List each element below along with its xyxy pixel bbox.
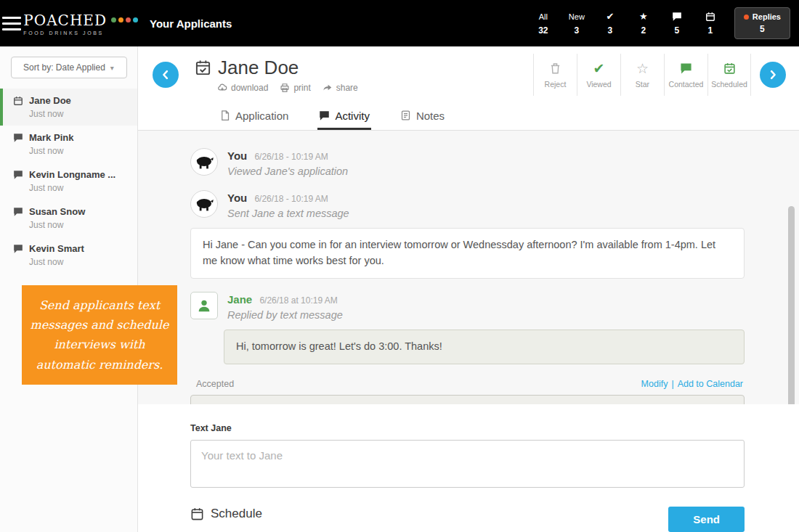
modify-link[interactable]: Modify (641, 379, 668, 389)
entry-action: Sent Jane a text message (227, 208, 349, 219)
share-link[interactable]: share (323, 83, 358, 93)
tab-activity[interactable]: Activity (317, 103, 371, 130)
detail-tabs: Application Activity Notes (138, 103, 799, 131)
send-button[interactable]: Send (668, 507, 745, 532)
person-icon (196, 298, 212, 314)
applicant-name: Jane Doe (218, 57, 299, 79)
sort-dropdown[interactable]: Sort by: Date Applied ▾ (11, 57, 127, 78)
scheduled-button[interactable]: Scheduled (707, 54, 751, 96)
main-panel: Jane Doe download (138, 46, 799, 532)
compose-section: Text Jane Schedule Send (138, 404, 799, 532)
avatar (190, 190, 218, 218)
entry-time: 6/26/18 - 10:19 AM (254, 194, 328, 204)
chevron-left-icon (159, 68, 172, 81)
trash-icon (549, 61, 561, 75)
brand-name: POACHED (23, 12, 107, 29)
chevron-down-icon: ▾ (110, 64, 114, 72)
calendar-icon (190, 507, 204, 521)
sent-message-bubble: Hi Jane - Can you come in for an intervi… (190, 228, 745, 279)
boar-logo-icon (193, 151, 215, 173)
activity-entry: Jane 6/26/18 at 10:19 AM Replied by text… (190, 292, 745, 364)
check-icon: ✔ (593, 61, 605, 75)
entry-action: Replied by text message (227, 309, 343, 321)
tab-application[interactable]: Application (218, 103, 290, 130)
reject-button[interactable]: Reject (533, 54, 577, 96)
cloud-download-icon (217, 83, 227, 93)
filter-replies[interactable]: Replies 5 (734, 7, 790, 39)
filter-all[interactable]: All 32 (528, 8, 559, 38)
entry-time: 6/26/18 at 10:19 AM (259, 295, 337, 306)
appointment-status: Accepted (196, 379, 234, 389)
filter-scheduled[interactable]: 1 (695, 8, 726, 38)
text-message-input[interactable] (190, 440, 745, 488)
next-applicant-button[interactable] (760, 62, 786, 88)
brand-tagline: FOOD DRINKS JOBS (23, 30, 138, 36)
document-icon (219, 110, 230, 121)
applicant-row-mark-pink[interactable]: Mark Pink Just now (0, 126, 137, 163)
topbar-filters: All 32 New 3 ✔ 3 ★ 2 5 (528, 7, 799, 39)
chat-icon (680, 61, 692, 75)
print-link[interactable]: print (280, 83, 310, 93)
brand-logo[interactable]: POACHED FOOD DRINKS JOBS (23, 12, 138, 36)
chevron-right-icon (766, 68, 779, 81)
activity-feed: You 6/26/18 - 10:19 AM Viewed Jane's app… (138, 131, 799, 404)
tab-notes[interactable]: Notes (399, 103, 446, 130)
replies-label: Replies (753, 12, 781, 21)
calendar-check-icon (195, 60, 211, 76)
printer-icon (280, 83, 290, 93)
filter-contacted[interactable]: 5 (662, 8, 692, 38)
chat-icon (672, 11, 682, 22)
contacted-button[interactable]: Contacted (664, 54, 707, 96)
applicant-actions: Reject ✔ Viewed ☆ Star Contacted (533, 54, 751, 96)
menu-button[interactable] (0, 0, 23, 46)
replies-count: 5 (760, 24, 765, 34)
app: POACHED FOOD DRINKS JOBS Your Applicants… (0, 0, 799, 532)
applicant-list: Jane Doe Just now Mark Pink Just now (0, 89, 137, 274)
link-separator: | (671, 379, 673, 389)
filter-viewed[interactable]: ✔ 3 (595, 8, 625, 38)
add-to-calendar-link[interactable]: Add to Calendar (678, 379, 743, 389)
chat-icon (13, 169, 24, 180)
entry-author: Jane (227, 293, 252, 306)
reply-message-bubble: Hi, tomorrow is great! Let's do 3:00. Th… (224, 330, 745, 364)
schedule-button[interactable]: Schedule (190, 507, 262, 521)
calendar-check-icon (723, 61, 736, 75)
topbar: POACHED FOOD DRINKS JOBS Your Applicants… (0, 0, 799, 46)
page-title: Your Applicants (150, 17, 232, 30)
avatar (190, 148, 218, 176)
star-outline-icon: ☆ (636, 61, 649, 75)
note-icon (400, 110, 411, 121)
entry-author: You (227, 192, 247, 204)
applicant-header: Jane Doe download (138, 46, 799, 103)
filter-starred[interactable]: ★ 2 (628, 8, 659, 38)
prev-applicant-button[interactable] (153, 62, 179, 88)
calendar-icon (705, 11, 715, 22)
entry-author: You (227, 150, 247, 162)
calendar-icon (13, 95, 24, 106)
check-icon: ✔ (606, 11, 614, 22)
activity-entry: You 6/26/18 - 10:19 AM Sent Jane a text … (190, 190, 745, 279)
chat-icon (13, 206, 24, 217)
hamburger-icon (2, 17, 21, 19)
avatar (190, 292, 218, 319)
activity-entry: You 6/26/18 - 10:19 AM Viewed Jane's app… (190, 148, 745, 177)
share-arrow-icon (323, 83, 333, 93)
compose-label: Text Jane (190, 423, 745, 433)
applicant-row-susan-snow[interactable]: Susan Snow Just now (0, 200, 137, 237)
entry-action: Viewed Jane's application (227, 165, 348, 177)
entry-time: 6/26/18 - 10:19 AM (254, 152, 328, 162)
star-icon: ★ (639, 11, 648, 22)
applicant-row-kevin-smart[interactable]: Kevin Smart Just now (0, 237, 137, 274)
viewed-button[interactable]: ✔ Viewed (577, 54, 620, 96)
replies-dot-icon (744, 15, 749, 20)
chat-icon (13, 132, 24, 143)
applicant-row-jane-doe[interactable]: Jane Doe Just now (0, 89, 137, 126)
topbar-left: POACHED FOOD DRINKS JOBS (0, 0, 138, 46)
download-link[interactable]: download (217, 83, 268, 93)
star-button[interactable]: ☆ Star (620, 54, 664, 96)
boar-logo-icon (193, 193, 215, 215)
scrollbar[interactable] (788, 206, 795, 404)
applicant-row-kevin-longname[interactable]: Kevin Longname ... Just now (0, 163, 137, 200)
filter-new[interactable]: New 3 (561, 8, 592, 38)
appointment-card: Tomorrow 6/27/2018 at 3:00 PM 120 NE Rus… (190, 395, 745, 404)
